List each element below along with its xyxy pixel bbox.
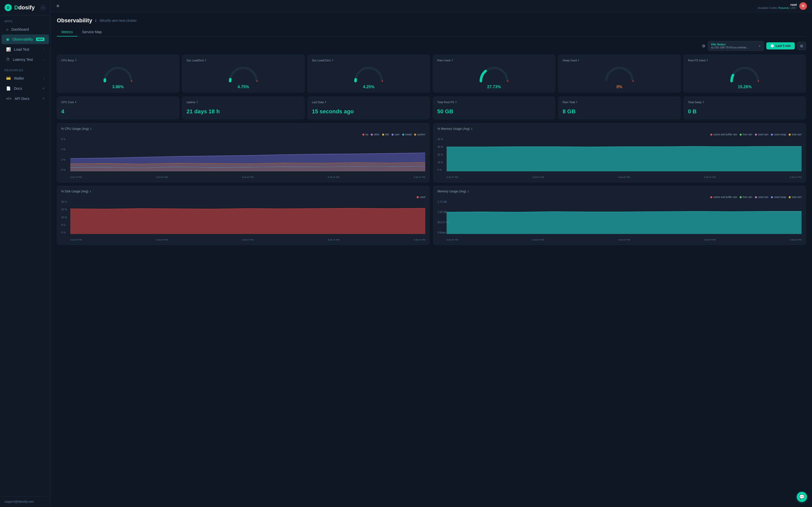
gauge-value: 4.25% <box>363 85 374 89</box>
info-icon: ℹ <box>452 59 453 62</box>
external-link-icon: ↗ <box>42 87 44 90</box>
svg-marker-4 <box>447 212 802 234</box>
legend-item: used ram <box>755 133 769 136</box>
sidebar-item-load-test[interactable]: 📊 Load Test › <box>2 45 49 54</box>
sidebar-item-label: Latency Test <box>13 58 33 62</box>
content-area: Observability ℹ ddosify-arm-test-cluster… <box>51 12 812 507</box>
y-label: 20 % <box>61 201 67 203</box>
x-label: 6:32:47 PM <box>447 176 458 178</box>
legend-dot <box>710 133 712 135</box>
legend-dot <box>362 133 364 135</box>
chat-button[interactable]: 💬 <box>797 492 807 502</box>
legend-item: free ram <box>740 196 752 199</box>
resources-section-label: RESOURCES <box>0 64 50 73</box>
legend-label: other <box>374 133 379 136</box>
charts-row1: % CPU Usage (Avg) ℹ irqotheridleuseriowa… <box>57 123 806 182</box>
sidebar-item-label: Load Test <box>14 47 29 51</box>
sidebar-item-latency-test[interactable]: ⏱ Latency Test › <box>2 55 49 64</box>
metric-card-cpu-core: CPU Core ℹ 4 <box>57 97 179 119</box>
legend-item: total ram <box>789 133 802 136</box>
info-icon: ℹ <box>90 190 91 193</box>
svg-marker-3 <box>70 208 425 234</box>
y-label: 0 % <box>61 231 67 234</box>
y-label: 0 % <box>438 169 443 171</box>
metric-card-sys-load-5m: Sys Load(5m) ℹ 4.75% <box>182 55 305 93</box>
time-range-button[interactable]: 🕐 Last 5 min <box>766 42 795 49</box>
topbar: ☀ root Available Credits: Requests | 20h… <box>51 0 812 12</box>
disk-y-labels: 20 %15 %10 %5 %0 % <box>61 201 68 234</box>
metric-card-sys-load-15m: Sys Load(15m) ℹ 4.25% <box>308 55 430 93</box>
page-title: Observability <box>57 17 92 24</box>
legend-label: total ram <box>792 196 802 199</box>
legend-dot <box>371 133 373 135</box>
node-selector[interactable]: K8s Nodes ip-192-168-79-93.eu-central-..… <box>708 41 764 51</box>
x-label: 6:33:47 PM <box>156 238 168 241</box>
legend-item: cache and buffer ram <box>710 133 737 136</box>
info-icon: ℹ <box>468 190 469 193</box>
settings-dot-icon[interactable]: ⊙ <box>40 5 46 10</box>
memory-abs-title: Memory Usage (Avg) ℹ <box>438 189 802 193</box>
x-label: 6:35:47 PM <box>328 238 340 241</box>
y-label: 30 % <box>438 146 443 148</box>
legend-item: used swap <box>771 133 786 136</box>
metric-title: Total Root FS ℹ <box>437 100 551 104</box>
avatar[interactable]: R <box>799 2 807 10</box>
disk-usage-chart: % Disk Usage (Avg) ℹ used 20 %15 %10 %5 … <box>57 186 429 245</box>
tab-service-map[interactable]: Service Map <box>78 28 106 37</box>
legend-label: used ram <box>758 196 769 199</box>
gauge-container: 3.86% <box>61 64 175 89</box>
sidebar-item-docs[interactable]: 📄 Docs ↗ <box>2 83 49 93</box>
sidebar-item-wallet[interactable]: 💳 Wallet › <box>2 73 49 83</box>
sidebar-item-label: Docs <box>14 87 22 91</box>
sidebar-item-label: Observability <box>12 37 33 41</box>
tab-metrics[interactable]: Metrics <box>57 28 78 37</box>
metric-card-root-fs-used: Root FS Used ℹ 15.26% <box>683 55 806 93</box>
sidebar-item-dashboard[interactable]: ⌂ Dashboard <box>2 24 49 34</box>
svg-marker-2 <box>447 147 802 171</box>
metric-value: 21 days 18 h <box>187 106 300 116</box>
y-label: 4 % <box>61 148 65 151</box>
legend-label: used <box>420 196 425 199</box>
legend-item: used ram <box>755 196 769 199</box>
credits-link[interactable]: Requests <box>778 7 789 9</box>
legend-dot <box>771 133 773 135</box>
x-label: 6:36:47 PM <box>414 176 425 178</box>
cpu-usage-chart: % CPU Usage (Avg) ℹ irqotheridleuseriowa… <box>57 123 429 182</box>
apps-section-label: APPS <box>0 15 50 24</box>
metric-card-ram-total: Ram Total ℹ 8 GB <box>558 97 680 119</box>
info-icon: ℹ <box>197 100 198 104</box>
legend-dot <box>710 196 712 198</box>
legend-item: idle <box>382 133 389 136</box>
sidebar-item-api-docs[interactable]: </> API Docs ↗ <box>2 94 49 103</box>
legend-dot <box>789 133 791 135</box>
x-label: 6:36:47 PM <box>414 238 425 241</box>
cpu-chart-inner <box>70 138 425 171</box>
legend-item: iowait <box>402 133 412 136</box>
metric-value: 15 seconds ago <box>312 106 425 116</box>
metric-title: Sys Load(15m) ℹ <box>312 59 425 62</box>
legend-dot <box>402 133 404 135</box>
memory-pct-legend: cache and buffer ramfree ramused ramused… <box>438 133 802 136</box>
mem-pct-x-labels: 6:32:47 PM6:33:47 PM6:34:47 PM6:35:47 PM… <box>447 176 802 178</box>
metric-card-total-root-fs: Total Root FS ℹ 50 GB <box>433 97 555 119</box>
legend-dot <box>392 133 394 135</box>
page-header: Observability ℹ ddosify-arm-test-cluster <box>57 17 806 24</box>
x-label: 6:35:47 PM <box>704 176 716 178</box>
latency-test-icon: ⏱ <box>6 57 10 62</box>
info-icon: ℹ <box>455 100 456 104</box>
mem-pct-chart-inner <box>447 138 802 171</box>
metric-title: Ram Total ℹ <box>563 100 676 104</box>
page-subtitle: ddosify-arm-test-cluster <box>99 18 137 22</box>
legend-label: used swap <box>774 196 786 199</box>
x-label: 6:34:47 PM <box>618 176 630 178</box>
user-credits: Available Credits: Requests | 20h+ <box>758 7 797 9</box>
settings-button[interactable]: ⚙ <box>702 44 705 48</box>
metric-title: Sys Load(5m) ℹ <box>187 59 300 62</box>
sidebar-item-observability[interactable]: ◉ Observability New <box>2 35 49 44</box>
layout-button[interactable]: ⊞ <box>797 42 806 50</box>
y-label: 10 % <box>61 216 67 219</box>
x-label: 6:36:47 PM <box>790 238 802 241</box>
theme-toggle-icon[interactable]: ☀ <box>56 3 60 9</box>
sidebar-item-label: Wallet <box>14 76 23 80</box>
gauge-value: 27.73% <box>487 85 501 89</box>
